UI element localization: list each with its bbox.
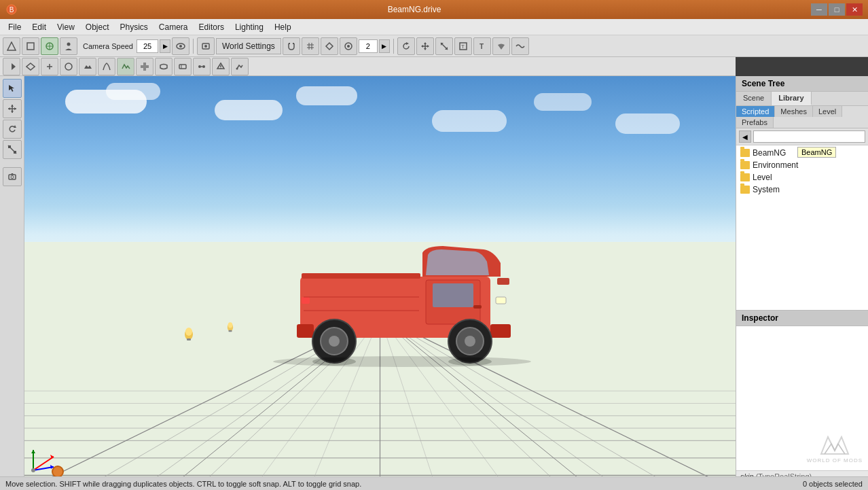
- menu-physics[interactable]: Physics: [115, 21, 153, 33]
- svg-marker-41: [143, 68, 146, 71]
- num-input[interactable]: [359, 39, 378, 53]
- menu-editors[interactable]: Editors: [194, 21, 230, 33]
- folder-icon-env: [740, 161, 750, 169]
- refresh-btn[interactable]: [397, 37, 415, 55]
- app-icon: B: [5, 3, 18, 16]
- menu-view[interactable]: View: [52, 21, 80, 33]
- tb2-btn12[interactable]: [212, 58, 230, 75]
- snap-btn[interactable]: [321, 37, 338, 55]
- tb2-btn1[interactable]: [3, 58, 20, 75]
- svg-point-115: [228, 322, 233, 328]
- scene-panel: Scene Tree Scene Library Scripted Meshes…: [736, 76, 868, 490]
- scale-tool[interactable]: [3, 140, 22, 159]
- wing-btn2[interactable]: [511, 37, 529, 55]
- snap2-btn[interactable]: [340, 37, 357, 55]
- tb2-btn7[interactable]: [117, 58, 134, 75]
- svg-rect-91: [302, 273, 420, 279]
- svg-point-20: [347, 45, 350, 48]
- search-input[interactable]: [753, 130, 865, 143]
- tree-area: BeamNG BeamNG Environment Level System: [736, 145, 868, 310]
- subtab-prefabs[interactable]: Prefabs: [736, 117, 774, 128]
- select-tool[interactable]: [3, 79, 22, 98]
- folder-beamng[interactable]: BeamNG BeamNG: [736, 147, 868, 159]
- svg-marker-55: [8, 107, 10, 110]
- menu-lighting[interactable]: Lighting: [230, 21, 269, 33]
- toolbar-btn-camera-person[interactable]: [60, 37, 77, 55]
- tb2-btn10[interactable]: [174, 58, 192, 75]
- terrain-btn[interactable]: T: [454, 37, 472, 55]
- camera-tool[interactable]: [3, 167, 22, 186]
- folder-level-label: Level: [753, 173, 772, 182]
- tb2-btn9[interactable]: [155, 58, 173, 75]
- folder-environment[interactable]: Environment: [736, 159, 868, 171]
- svg-rect-3: [27, 43, 34, 50]
- svg-marker-34: [12, 63, 16, 70]
- main-tab-row: Scene Library: [736, 92, 868, 106]
- light-icon-2: [223, 319, 237, 333]
- cloud-5: [432, 110, 507, 132]
- menu-help[interactable]: Help: [269, 21, 297, 33]
- menu-edit[interactable]: Edit: [26, 21, 52, 33]
- move-btn[interactable]: [416, 37, 434, 55]
- folder-level[interactable]: Level: [736, 171, 868, 183]
- toolbar-btn-3[interactable]: [41, 37, 58, 55]
- truck-svg: [259, 236, 545, 372]
- camera-eye-btn[interactable]: [172, 37, 189, 55]
- folder-icon-system: [740, 186, 750, 194]
- cloud-2: [106, 83, 160, 100]
- tab-library[interactable]: Library: [772, 92, 811, 105]
- svg-rect-93: [433, 283, 473, 307]
- svg-rect-113: [187, 338, 191, 340]
- world-settings-btn[interactable]: World Settings: [216, 38, 281, 54]
- svg-marker-40: [143, 63, 146, 65]
- wing-btn1[interactable]: [492, 37, 510, 55]
- svg-rect-39: [141, 65, 149, 68]
- subtab-scripted[interactable]: Scripted: [736, 106, 775, 117]
- tb2-btn13[interactable]: [231, 58, 249, 75]
- folder-system[interactable]: System: [736, 183, 868, 196]
- truck: [259, 236, 545, 374]
- svg-marker-18: [326, 43, 333, 50]
- beamng-tooltip: BeamNG: [797, 147, 836, 158]
- grid-btn[interactable]: [302, 37, 319, 55]
- cloud-6: [534, 93, 592, 111]
- tb2-btn2[interactable]: [22, 58, 39, 75]
- capture-btn[interactable]: [197, 37, 215, 55]
- svg-marker-26: [421, 45, 423, 48]
- tb2-btn5[interactable]: [79, 58, 96, 75]
- close-button[interactable]: ✕: [846, 3, 863, 16]
- rotate-tool[interactable]: [3, 120, 22, 139]
- watermark-text: WORLD OF MODS: [807, 457, 863, 463]
- num-arrow[interactable]: ▶: [379, 39, 390, 53]
- tab-scene[interactable]: Scene: [736, 92, 772, 105]
- search-back-btn[interactable]: ◀: [739, 130, 751, 143]
- maximize-button[interactable]: □: [829, 3, 845, 16]
- svg-marker-35: [26, 63, 35, 70]
- menu-camera[interactable]: Camera: [153, 21, 194, 33]
- tb2-btn4[interactable]: [60, 58, 77, 75]
- viewport[interactable]: [24, 76, 736, 490]
- tb2-btn3[interactable]: [41, 58, 58, 75]
- minimize-button[interactable]: ─: [811, 3, 827, 16]
- tb2-btn8[interactable]: [136, 58, 153, 75]
- menu-object[interactable]: Object: [80, 21, 115, 33]
- svg-point-38: [65, 63, 72, 70]
- svg-marker-63: [11, 173, 14, 175]
- magnet-btn[interactable]: [283, 37, 300, 55]
- svg-point-44: [198, 65, 201, 68]
- camera-speed-input[interactable]: [137, 39, 158, 53]
- scale-btn[interactable]: [435, 37, 453, 55]
- subtab-level[interactable]: Level: [813, 106, 842, 117]
- tb2-btn11[interactable]: [193, 58, 211, 75]
- subtab-meshes[interactable]: Meshes: [775, 106, 813, 117]
- tb2-btn6[interactable]: [98, 58, 115, 75]
- search-row: ◀: [736, 128, 868, 145]
- svg-marker-21: [406, 42, 409, 45]
- toolbar-btn-2[interactable]: [22, 37, 39, 55]
- toolbar-btn-1[interactable]: [3, 37, 20, 55]
- status-left: Move selection. SHIFT while dragging dup…: [5, 480, 361, 488]
- move-tool[interactable]: [3, 99, 22, 118]
- text-btn[interactable]: T: [473, 37, 491, 55]
- camera-speed-arrow[interactable]: ▶: [160, 39, 170, 53]
- menu-file[interactable]: File: [3, 21, 26, 33]
